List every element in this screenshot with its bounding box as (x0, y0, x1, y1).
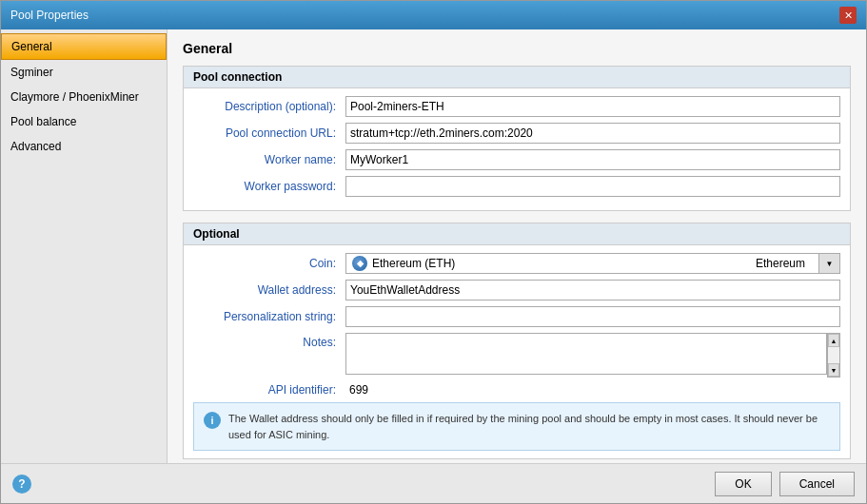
optional-content: Coin: ◆ Ethereum (ETH) Ethereum ▼ (184, 245, 850, 458)
url-row: Pool connection URL: (193, 123, 840, 144)
help-icon: ? (18, 477, 25, 491)
arrow-down-icon: ▼ (831, 367, 837, 374)
notes-label: Notes: (193, 333, 345, 349)
sidebar-item-claymore[interactable]: Claymore / PhoenixMiner (1, 85, 167, 109)
sidebar-label-advanced: Advanced (10, 140, 61, 153)
personalization-input[interactable] (345, 306, 840, 327)
cancel-button[interactable]: Cancel (779, 472, 855, 496)
url-input[interactable] (345, 123, 840, 144)
coin-select-left[interactable]: ◆ Ethereum (ETH) Ethereum (345, 253, 819, 274)
main-panel: General Pool connection Description (opt… (167, 29, 866, 463)
pool-connection-section: Pool connection Description (optional): … (183, 66, 851, 211)
sidebar-label-general: General (11, 40, 52, 53)
dialog-title: Pool Properties (10, 9, 89, 22)
coin-row: Coin: ◆ Ethereum (ETH) Ethereum ▼ (193, 253, 840, 274)
scroll-down-button[interactable]: ▼ (828, 363, 839, 377)
sidebar: General Sgminer Claymore / PhoenixMiner … (1, 29, 167, 463)
content-area: General Sgminer Claymore / PhoenixMiner … (1, 29, 866, 463)
sidebar-label-sgminer: Sgminer (10, 66, 53, 79)
info-message: The Wallet address should only be filled… (228, 411, 830, 442)
notes-wrapper: ▲ ▼ (345, 333, 840, 378)
sidebar-item-sgminer[interactable]: Sgminer (1, 60, 167, 85)
sidebar-item-general[interactable]: General (1, 33, 167, 60)
wallet-input[interactable] (345, 280, 840, 300)
footer: ? OK Cancel (1, 463, 866, 503)
pool-connection-content: Description (optional): Pool connection … (184, 88, 850, 210)
info-icon: i (204, 412, 221, 429)
sidebar-label-pool-balance: Pool balance (10, 115, 76, 128)
pool-connection-header: Pool connection (184, 67, 850, 88)
coin-dropdown-button[interactable]: ▼ (819, 253, 840, 274)
optional-section: Optional Coin: ◆ Ethereum (ETH) Ethereum (183, 223, 851, 459)
coin-label: Coin: (193, 257, 345, 270)
coin-icon: ◆ (352, 256, 367, 271)
description-row: Description (optional): (193, 96, 840, 117)
coin-name-eth: Ethereum (ETH) (372, 257, 748, 270)
arrow-up-icon: ▲ (831, 338, 837, 344)
info-letter: i (210, 415, 213, 426)
worker-input[interactable] (345, 149, 840, 170)
sidebar-item-pool-balance[interactable]: Pool balance (1, 109, 167, 134)
wallet-row: Wallet address: (193, 280, 840, 300)
notes-scrollbar: ▲ ▼ (827, 333, 840, 378)
url-label: Pool connection URL: (193, 126, 345, 140)
personalization-row: Personalization string: (193, 306, 840, 327)
info-box: i The Wallet address should only be fill… (193, 402, 840, 451)
help-button[interactable]: ? (12, 475, 31, 494)
title-bar: Pool Properties ✕ (1, 1, 866, 29)
password-row: Worker password: (193, 176, 840, 197)
close-button[interactable]: ✕ (839, 7, 857, 24)
coin-name-ethereum: Ethereum (748, 257, 813, 270)
personalization-label: Personalization string: (193, 310, 345, 323)
chevron-down-icon: ▼ (826, 260, 834, 268)
description-input[interactable] (345, 96, 840, 117)
sidebar-label-claymore: Claymore / PhoenixMiner (10, 90, 139, 104)
password-input[interactable] (345, 176, 840, 197)
password-label: Worker password: (193, 180, 345, 193)
notes-row: Notes: ▲ ▼ (193, 333, 840, 378)
sidebar-item-advanced[interactable]: Advanced (1, 134, 167, 159)
api-label: API identifier: (193, 383, 345, 397)
scroll-up-button[interactable]: ▲ (828, 334, 839, 347)
worker-label: Worker name: (193, 153, 345, 166)
coin-selector: ◆ Ethereum (ETH) Ethereum ▼ (345, 253, 840, 274)
ok-button[interactable]: OK (715, 472, 771, 496)
optional-header: Optional (184, 223, 850, 245)
footer-buttons: OK Cancel (715, 472, 855, 496)
dialog: Pool Properties ✕ General Sgminer Claymo… (0, 0, 867, 504)
notes-input[interactable] (345, 333, 827, 375)
wallet-label: Wallet address: (193, 283, 345, 297)
api-row: API identifier: 699 (193, 383, 840, 397)
page-title: General (183, 41, 851, 56)
description-label: Description (optional): (193, 100, 345, 113)
api-value: 699 (345, 383, 368, 397)
worker-row: Worker name: (193, 149, 840, 170)
